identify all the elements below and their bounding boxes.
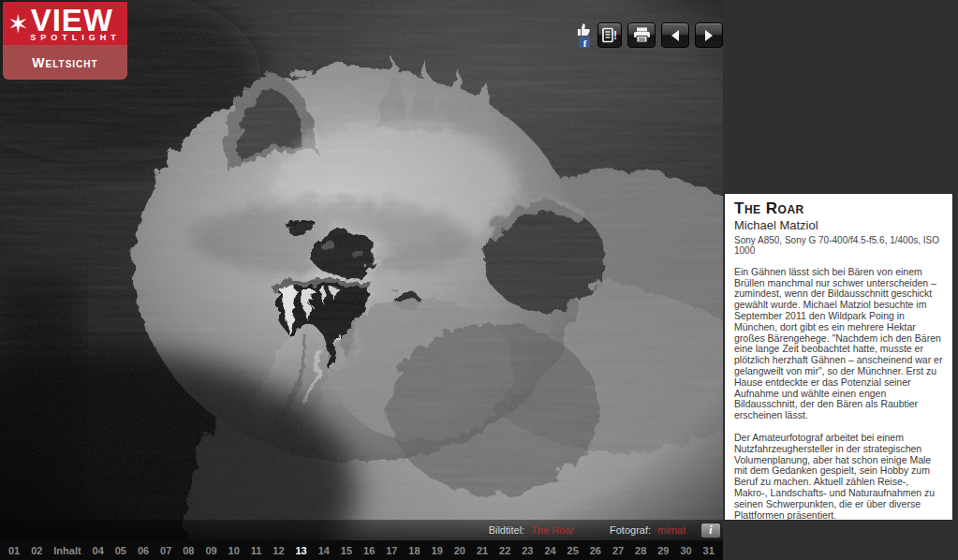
pager-item-30[interactable]: 30 xyxy=(674,545,697,556)
pager-item-26[interactable]: 26 xyxy=(584,545,607,556)
printer-icon xyxy=(633,27,651,43)
pager-item-04[interactable]: 04 xyxy=(87,545,110,556)
facebook-share-button[interactable]: f xyxy=(576,22,592,51)
photo-title: The Roar xyxy=(734,200,944,217)
facebook-f-icon: f xyxy=(579,37,590,48)
pager-item-08[interactable]: 08 xyxy=(177,545,199,556)
arrow-right-icon xyxy=(703,29,715,42)
arrow-left-icon xyxy=(670,29,681,42)
logo-brand: VIEW xyxy=(31,7,113,35)
pager: 0102Inhalt040506070809101112131415161718… xyxy=(0,540,723,560)
pager-item-18[interactable]: 18 xyxy=(403,545,425,556)
pager-item-25[interactable]: 25 xyxy=(562,545,584,556)
svg-text:f: f xyxy=(582,37,586,49)
document-info-icon: ! xyxy=(601,27,618,44)
pager-item-09[interactable]: 09 xyxy=(199,545,222,556)
print-button[interactable] xyxy=(627,22,656,48)
pager-item-23[interactable]: 23 xyxy=(516,545,538,556)
pager-item-15[interactable]: 15 xyxy=(335,545,358,556)
bildtitel-label: Bildtitel: xyxy=(489,524,525,536)
info-button[interactable]: i xyxy=(700,523,721,538)
pager-item-27[interactable]: 27 xyxy=(607,545,629,556)
fotograf-value[interactable]: mimat xyxy=(657,524,685,536)
pager-item-19[interactable]: 19 xyxy=(426,545,449,556)
pager-item-17[interactable]: 17 xyxy=(380,545,403,556)
story-paragraph-1: Ein Gähnen lässt sich bei Bären von eine… xyxy=(734,267,944,421)
previous-button[interactable] xyxy=(661,22,689,48)
pager-item-01[interactable]: 01 xyxy=(3,545,25,556)
pager-item-07[interactable]: 07 xyxy=(155,545,177,556)
pager-item-11[interactable]: 11 xyxy=(245,545,268,556)
info-panel: The Roar Michael Matziol Sony A850, Sony… xyxy=(725,194,952,520)
pager-item-29[interactable]: 29 xyxy=(652,545,674,556)
pager-item-24[interactable]: 24 xyxy=(538,545,561,556)
pager-item-28[interactable]: 28 xyxy=(629,545,652,556)
thumbs-up-icon xyxy=(577,22,591,37)
pager-item-22[interactable]: 22 xyxy=(494,545,516,556)
section-banner: Weltsicht xyxy=(3,45,127,80)
svg-text:!: ! xyxy=(613,29,617,42)
view-spotlight-photo-viewer: { "logo": { "star_icon": "✶", "brand": "… xyxy=(0,0,958,560)
photographer-name: Michael Matziol xyxy=(734,218,944,232)
caption-bar: Bildtitel: The Roar Fotograf: mimat i xyxy=(0,520,723,540)
exif-info: Sony A850, Sony G 70-400/f4.5-f5.6, 1/40… xyxy=(734,235,944,256)
story-paragraph-2: Der Amateurfotograf arbeitet bei einem N… xyxy=(734,433,944,520)
pager-item-20[interactable]: 20 xyxy=(449,545,471,556)
pager-item-12[interactable]: 12 xyxy=(267,545,289,556)
pager-item-13[interactable]: 13 xyxy=(290,545,313,556)
pager-item-21[interactable]: 21 xyxy=(471,545,494,556)
pager-item-06[interactable]: 06 xyxy=(132,545,155,556)
details-button[interactable]: ! xyxy=(597,22,622,48)
pager-item-02[interactable]: 02 xyxy=(25,545,48,556)
logo-subtitle: SPOTLIGHT xyxy=(3,33,127,42)
bildtitel-value: The Roar xyxy=(531,524,574,536)
logo-top: ✶ VIEW SPOTLIGHT xyxy=(3,2,127,45)
pager-item-10[interactable]: 10 xyxy=(223,545,245,556)
fotograf-label: Fotograf: xyxy=(610,524,651,536)
pager-item-31[interactable]: 31 xyxy=(698,545,720,556)
bear-photo xyxy=(0,0,723,540)
next-button[interactable] xyxy=(695,22,723,48)
pager-item-16[interactable]: 16 xyxy=(358,545,380,556)
pager-item-05[interactable]: 05 xyxy=(110,545,132,556)
photo-stage: ✶ VIEW SPOTLIGHT Weltsicht f ! xyxy=(0,0,723,540)
pager-item-Inhalt[interactable]: Inhalt xyxy=(48,545,86,556)
toolbar: f ! xyxy=(576,22,723,51)
pager-item-14[interactable]: 14 xyxy=(313,545,335,556)
magazine-logo: ✶ VIEW SPOTLIGHT Weltsicht xyxy=(3,2,127,80)
